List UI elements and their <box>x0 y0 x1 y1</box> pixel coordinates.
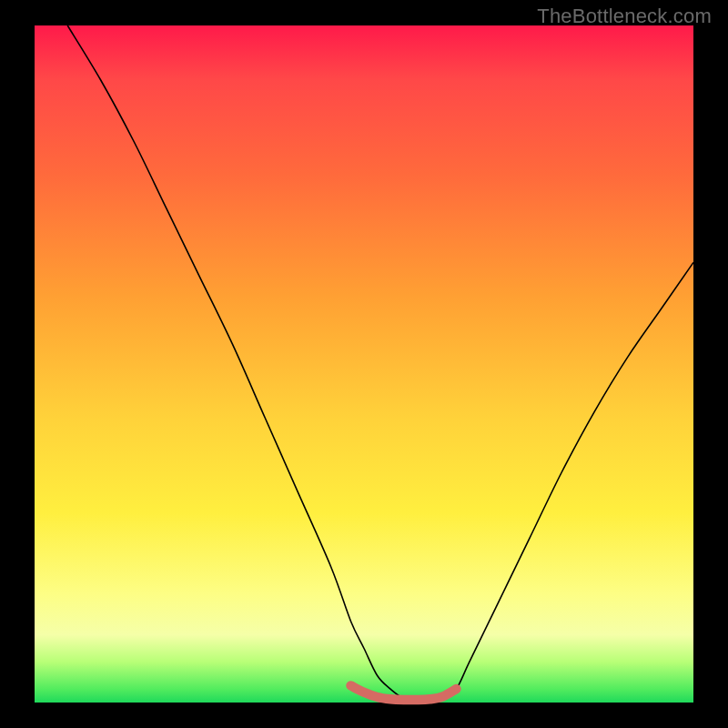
curve-left <box>67 25 403 699</box>
plot-area <box>35 25 693 703</box>
curve-layer <box>35 25 693 703</box>
chart-frame: TheBottleneck.com <box>0 0 728 728</box>
optimal-zone-highlight <box>351 685 457 700</box>
curve-right <box>443 262 693 699</box>
